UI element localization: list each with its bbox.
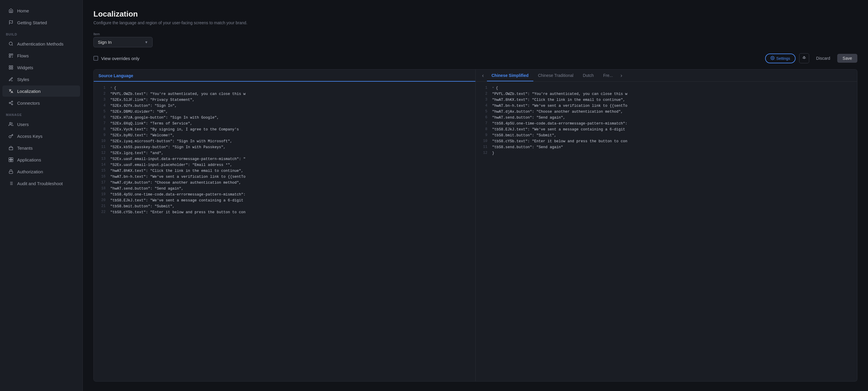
svg-rect-16: [9, 148, 13, 150]
view-overrides-checkbox[interactable]: [93, 56, 98, 61]
target-code-area[interactable]: 1▾{2 "PVfL.OWZb.text": "You're authentic…: [476, 82, 857, 381]
line-number: 16: [97, 174, 105, 180]
item-select-dropdown[interactable]: Sign In ▼: [93, 37, 153, 47]
users-icon: [8, 122, 13, 127]
code-line: 10 "tbS8.cYSb.text": "Enter it below and…: [476, 139, 857, 144]
line-number: 9: [97, 132, 105, 138]
source-code-area[interactable]: 1▾{2 "PVfL.OWZb.text": "You're authentic…: [94, 82, 475, 381]
sidebar-label-styles: Styles: [17, 77, 29, 82]
line-number: 7: [97, 121, 105, 126]
svg-rect-6: [9, 66, 11, 67]
line-number: 21: [97, 204, 105, 209]
line-number: 12: [479, 150, 488, 156]
line-content: }: [492, 150, 495, 156]
svg-rect-18: [11, 158, 13, 159]
tab-chinese-traditional[interactable]: Chinese Traditional: [533, 69, 578, 81]
sidebar-label-audit: Audit and Troubleshoot: [17, 181, 63, 186]
sidebar-item-access-keys[interactable]: Access Keys: [2, 130, 80, 142]
tabs-prev-button[interactable]: ‹: [480, 69, 486, 81]
sidebar-item-home[interactable]: Home: [2, 5, 80, 16]
tabs-next-button[interactable]: ›: [619, 69, 624, 81]
line-content: "hwAT.8hKX.text": "Click the link in the…: [492, 97, 625, 103]
line-number: 5: [97, 109, 105, 115]
line-content: "tbS8.send.button": "Send again": [492, 144, 563, 150]
line-content: "S2Ex.DBMU.divider": "OR",: [110, 109, 168, 115]
source-language-tab[interactable]: Source Language: [98, 73, 133, 81]
line-number: 5: [479, 109, 488, 115]
line-content: "S2Ex.kb5S.passkey-button": "Sign In wit…: [110, 144, 225, 150]
sidebar-item-authentication-methods[interactable]: Authentication Methods: [2, 38, 80, 50]
code-line: 9 "tbS8.bmit.button": "Submit",: [476, 132, 857, 139]
tab-french[interactable]: Fre...: [598, 69, 618, 81]
sidebar-item-flows[interactable]: Flows: [2, 50, 80, 61]
save-button[interactable]: Save: [837, 54, 857, 63]
tab-chinese-simplified[interactable]: Chinese Simplified: [487, 69, 533, 81]
sidebar-item-widgets[interactable]: Widgets: [2, 62, 80, 73]
line-number: 8: [97, 127, 105, 132]
line-content: "tbS8.cYSb.text": "Enter it below and pr…: [492, 139, 628, 144]
line-content: "tbS8.cYSb.text": "Enter it below and pr…: [110, 209, 246, 215]
sidebar-item-styles[interactable]: Styles: [2, 73, 80, 85]
line-number: 19: [97, 192, 105, 197]
code-line: 1▾{: [476, 85, 857, 91]
code-line: 8 "S2Ex.VycN.text": "By signing in, I ag…: [94, 127, 475, 132]
code-line: 4 "S2Ex.92fk.button": "Sign In",: [94, 103, 475, 109]
sidebar-item-connectors[interactable]: Connectors: [2, 97, 80, 109]
svg-rect-3: [9, 54, 11, 55]
code-line: 5 "S2Ex.DBMU.divider": "OR",: [94, 109, 475, 115]
apps-icon: [8, 157, 13, 162]
svg-line-2: [12, 44, 13, 46]
sidebar-item-getting-started[interactable]: Getting Started: [2, 17, 80, 28]
line-content: "PVfL.OWZb.text": "You're authenticated,…: [110, 91, 246, 97]
line-content: "S2Ex.byRU.text": "Welcome!",: [110, 132, 175, 139]
line-number: 14: [97, 162, 105, 168]
line-chevron-icon[interactable]: ▾: [492, 85, 494, 91]
line-content: "S2Ex.lgzq.text": "and",: [110, 150, 163, 156]
tenants-icon: [8, 145, 13, 151]
discard-button[interactable]: Discard: [813, 54, 834, 62]
line-number: 2: [479, 91, 488, 97]
settings-button[interactable]: Settings: [765, 54, 796, 63]
code-line: 12 "S2Ex.lgzq.text": "and",: [94, 150, 475, 156]
line-number: 20: [97, 198, 105, 203]
sidebar-label-tenants: Tenants: [17, 146, 33, 151]
settings-icon: [770, 56, 775, 61]
view-overrides-label[interactable]: View overrides only: [101, 56, 140, 61]
line-content: "PVfL.OWZb.text": "You're authenticated,…: [492, 91, 628, 97]
sidebar-item-tenants[interactable]: Tenants: [2, 142, 80, 153]
svg-line-13: [10, 103, 12, 104]
svg-rect-17: [9, 158, 11, 159]
item-select-value: Sign In: [98, 40, 112, 44]
svg-point-11: [9, 102, 10, 103]
line-content: "S2Ex.0XqQ.link": "Terms of Service",: [110, 121, 192, 127]
access-icon: [8, 133, 13, 139]
sidebar-item-users[interactable]: Users: [2, 119, 80, 130]
svg-rect-4: [11, 54, 13, 55]
key-icon: [8, 41, 13, 47]
line-content: "tbS8.bmit.button": "Submit",: [492, 132, 557, 139]
line-content: "S2Ex.VycN.text": "By signing in, I agre…: [110, 127, 239, 132]
svg-point-28: [772, 57, 773, 59]
svg-rect-7: [11, 66, 13, 67]
tab-dutch[interactable]: Dutch: [578, 69, 599, 81]
code-line: 20 "tbS8.EJkJ.text": "We've sent a messa…: [94, 198, 475, 204]
sort-button[interactable]: [799, 53, 809, 63]
line-content: "hwAT.djAx.button": "Choose another auth…: [110, 180, 241, 186]
page-subtitle: Configure the language and region of you…: [93, 21, 857, 25]
code-line: 11 "tbS8.send.button": "Send again": [476, 144, 857, 150]
svg-rect-5: [9, 56, 11, 57]
sidebar-item-applications[interactable]: Applications: [2, 154, 80, 165]
line-number: 4: [479, 103, 488, 109]
pen-icon: [8, 77, 13, 82]
sidebar-item-authorization[interactable]: Authorization: [2, 166, 80, 177]
sidebar-item-localization[interactable]: Localization: [2, 86, 80, 97]
svg-rect-19: [9, 160, 11, 162]
line-content: "S2Ex.uasF.email-input.data-errormessage…: [110, 156, 246, 162]
flag-icon: [8, 20, 13, 25]
page-title: Localization: [93, 9, 857, 19]
line-chevron-icon[interactable]: ▾: [110, 85, 112, 91]
line-number: 3: [97, 97, 105, 102]
svg-rect-9: [11, 68, 13, 69]
sidebar-item-audit[interactable]: Audit and Troubleshoot: [2, 178, 80, 189]
line-number: 1: [97, 85, 105, 91]
